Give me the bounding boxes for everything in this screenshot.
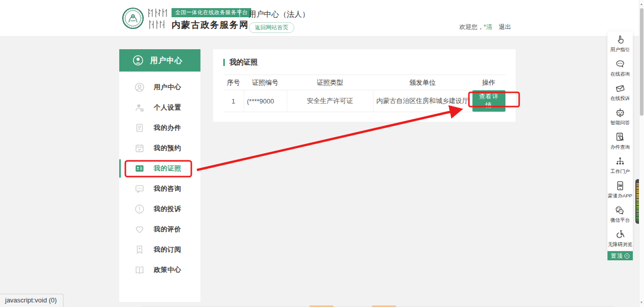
sidebar-item-my-appointments[interactable]: 我的预约 <box>119 138 200 158</box>
cell-issuer: 内蒙古自治区住房和城乡建设厅 <box>373 90 472 112</box>
toolbar-item-online-consult[interactable]: 在线咨询 <box>607 56 633 80</box>
toolbar-item-label: 用户指引 <box>611 46 630 53</box>
site-logo: 全国一体化在线政务服务平台 内蒙古政务服务网 <box>122 7 251 31</box>
open-book-icon <box>134 265 145 275</box>
back-home-button[interactable]: 返回网站首页 <box>249 22 294 33</box>
certificates-table: 序号 证照编号 证照类型 颁发单位 操作 1 (****9000 安全生产许可证… <box>223 75 505 112</box>
user-icon <box>134 82 145 92</box>
logout-link[interactable]: 退出 <box>499 23 511 30</box>
back-to-top-button[interactable]: 置顶 <box>607 251 633 260</box>
document-icon <box>134 123 145 133</box>
page-header: 全国一体化在线政务服务平台 内蒙古政务服务网 用户中心（法人） 返回网站首页 欢… <box>0 0 639 37</box>
toolbar-item-label: 微信平台 <box>611 217 630 223</box>
toolbar-item-label: 蒙速办APP <box>608 192 632 199</box>
cell-cert-type: 安全生产许可证 <box>287 90 373 112</box>
toolbar-item-label: 工作门户 <box>611 168 630 175</box>
sidebar-item-label: 用户中心 <box>154 83 181 92</box>
cell-no: 1 <box>223 90 244 112</box>
sidebar: 用户中心 用户中心 个人设置 我的办件 我的预约 <box>119 49 200 302</box>
exclamation-icon <box>134 204 145 214</box>
col-header-cert-no: 证照编号 <box>244 75 287 90</box>
toolbar-item-label: 办件查询 <box>611 144 630 150</box>
sidebar-header: 用户中心 <box>119 49 200 72</box>
sidebar-item-label: 我的投诉 <box>154 204 181 214</box>
svg-text:APP: APP <box>618 184 622 186</box>
toolbar-item-work-portal[interactable]: 工作门户 <box>607 153 633 178</box>
toolbar-item-wechat[interactable]: 微信平台 <box>607 202 633 226</box>
scrollbar-thumb[interactable] <box>640 8 643 116</box>
header-divider <box>240 9 240 28</box>
sidebar-item-my-certificates[interactable]: 我的证照 <box>119 158 200 179</box>
cell-cert-no: (****9000 <box>244 90 287 112</box>
circle-up-icon <box>624 253 630 259</box>
robot-icon <box>615 107 626 118</box>
sidebar-item-policy-center[interactable]: 政策中心 <box>119 260 200 280</box>
id-card-icon <box>134 163 145 174</box>
sidebar-item-label: 我的证照 <box>154 164 181 173</box>
doc-search-icon <box>615 131 626 143</box>
page-title: 用户中心（法人） <box>249 10 310 19</box>
user-circle-icon <box>132 55 144 66</box>
username[interactable]: *清 <box>484 23 492 30</box>
sidebar-item-label: 政策中心 <box>154 265 181 275</box>
toolbar-item-label: 智能问答 <box>611 119 630 126</box>
envelope-icon <box>615 83 626 94</box>
sitemap-icon <box>615 156 626 167</box>
sidebar-item-my-evaluations[interactable]: 我的评价 <box>119 219 200 240</box>
welcome-text: 欢迎您， <box>459 23 484 30</box>
sidebar-item-label: 我的评价 <box>154 225 181 234</box>
sidebar-item-my-applications[interactable]: 我的办件 <box>119 118 200 138</box>
wheelchair-icon <box>615 229 626 240</box>
col-header-cert-type: 证照类型 <box>287 75 373 90</box>
sidebar-item-my-complaints[interactable]: 我的投诉 <box>119 199 200 219</box>
back-to-top-label: 置顶 <box>611 252 623 260</box>
toolbar-item-case-query[interactable]: 办件查询 <box>607 129 633 153</box>
sidebar-item-label: 我的咨询 <box>154 184 181 193</box>
toolbar-item-label: 在线投诉 <box>611 95 630 101</box>
toolbar-item-smart-qa[interactable]: 智能问答 <box>607 105 633 129</box>
wechat-icon <box>615 204 626 216</box>
heart-icon <box>134 224 145 234</box>
sidebar-item-personal-settings[interactable]: 个人设置 <box>119 97 200 118</box>
chat-icon <box>134 184 145 194</box>
toolbar-item-accessibility[interactable]: 无障碍浏览 <box>607 226 633 251</box>
toolbar-item-label: 在线咨询 <box>611 71 630 77</box>
section-title: 我的证照 <box>229 58 258 67</box>
scroll-down-arrow[interactable]: ▼ <box>639 301 644 304</box>
toolbar-item-mengsuban-app[interactable]: APP 蒙速办APP <box>607 178 633 202</box>
bookmark-icon <box>134 245 145 255</box>
scroll-up-arrow[interactable]: ▲ <box>639 3 644 6</box>
sidebar-header-label: 用户中心 <box>150 56 183 65</box>
sidebar-item-label: 我的办件 <box>154 123 181 132</box>
welcome-bar: 欢迎您，*清 退出 <box>459 23 511 31</box>
user-gear-icon <box>134 103 145 113</box>
phone-app-icon: APP <box>615 180 626 191</box>
toolbar-item-online-complaint[interactable]: 在线投诉 <box>607 80 633 105</box>
link-preview-statusbar: javascript:void (0) <box>0 294 63 307</box>
col-header-action: 操作 <box>472 75 505 90</box>
table-header-row: 序号 证照编号 证照类型 颁发单位 操作 <box>223 75 505 90</box>
toolbar-item-label: 无障碍浏览 <box>608 241 632 248</box>
sidebar-item-my-consultations[interactable]: 我的咨询 <box>119 179 200 199</box>
toolbar-item-user-guide[interactable]: 用户指引 <box>607 31 633 56</box>
sidebar-item-label: 我的预约 <box>154 144 181 153</box>
emblem-logo-icon <box>122 7 144 29</box>
mongolian-script-text <box>146 7 170 30</box>
col-header-no: 序号 <box>223 75 244 90</box>
table-row: 1 (****9000 安全生产许可证 内蒙古自治区住房和城乡建设厅 查看详情 <box>223 90 505 112</box>
hand-pointer-icon <box>615 34 626 45</box>
sidebar-menu: 用户中心 个人设置 我的办件 我的预约 <box>119 77 200 280</box>
sidebar-item-label: 个人设置 <box>154 103 181 112</box>
col-header-issuer: 颁发单位 <box>373 75 472 90</box>
sidebar-item-user-center[interactable]: 用户中心 <box>119 77 200 97</box>
calendar-icon <box>134 143 145 153</box>
chat-bubble-icon <box>615 58 626 70</box>
annotation-overlay <box>0 0 644 307</box>
main-content-panel: 我的证照 序号 证照编号 证照类型 颁发单位 操作 1 (****9000 安全… <box>213 49 516 122</box>
view-details-button[interactable]: 查看详情 <box>472 90 506 112</box>
section-accent-bar <box>223 59 225 66</box>
right-toolbar: 用户指引 在线咨询 在线投诉 智能问答 办件查询 工作门 <box>607 31 633 251</box>
sidebar-item-my-subscriptions[interactable]: 我的订阅 <box>119 240 200 260</box>
sidebar-item-label: 我的订阅 <box>154 245 181 254</box>
